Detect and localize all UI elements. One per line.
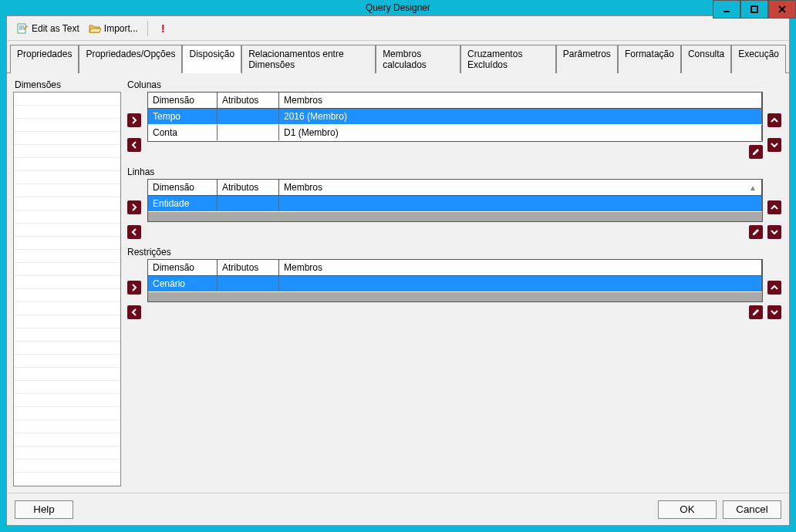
content-area: Dimensões Colunas [7,73,789,493]
list-row[interactable] [14,184,120,197]
minimize-button[interactable] [713,0,740,19]
list-row[interactable] [14,145,120,158]
list-row[interactable] [14,302,120,315]
tab-cruzamentos-exclu-dos[interactable]: Cruzamentos Excluídos [460,45,556,73]
linhas-move-up-button[interactable] [767,200,781,214]
col-header-dimensao[interactable]: Dimensão [148,260,218,275]
restricoes-move-left-button[interactable] [127,305,141,319]
close-button[interactable] [768,0,796,19]
tab-propriedades[interactable]: Propriedades [10,45,79,73]
linhas-move-right-button[interactable] [127,200,141,214]
edit-as-text-label: Edit as Text [32,23,79,34]
col-header-membros[interactable]: Membros▲ [279,180,762,195]
list-row[interactable] [14,171,120,184]
list-row[interactable] [14,224,120,237]
col-header-atributos[interactable]: Atributos [218,180,279,195]
restricoes-edit-button[interactable] [749,305,763,319]
colunas-grid[interactable]: Dimensão Atributos Membros Tempo2016 (Me… [147,92,763,142]
col-header-dimensao[interactable]: Dimensão [148,180,218,195]
cell-dimensao: Cenário [148,276,218,291]
ok-button[interactable]: OK [658,500,717,519]
cell-atributos [218,125,279,140]
list-row[interactable] [14,119,120,132]
tab-propriedades-op-es[interactable]: Propriedades/Opções [79,45,182,73]
list-row[interactable] [14,473,120,486]
edit-as-text-button[interactable]: Edit as Text [12,21,84,36]
restricoes-move-right-button[interactable] [127,281,141,295]
tab-consulta[interactable]: Consulta [681,45,731,73]
list-row[interactable] [14,420,120,433]
linhas-move-left-button[interactable] [127,225,141,239]
list-row[interactable] [14,263,120,276]
list-row[interactable] [14,394,120,407]
colunas-move-up-button[interactable] [767,113,781,127]
table-row[interactable]: ContaD1 (Membro) [148,125,762,141]
move-right-button[interactable] [127,113,141,127]
list-row[interactable] [14,446,120,460]
list-row[interactable] [14,368,120,381]
list-row[interactable] [14,342,120,355]
tab-formata-o[interactable]: Formatação [618,45,681,73]
maximize-button[interactable] [740,0,768,19]
section-linhas: Linhas Dimensão Atributos Membros▲ [127,167,783,239]
tab-membros-calculados[interactable]: Membros calculados [376,45,460,73]
dimensions-label: Dimensões [13,79,121,90]
dimensions-panel: Dimensões [13,79,121,487]
colunas-edit-button[interactable] [749,145,763,159]
list-row[interactable] [14,460,120,473]
list-row[interactable] [14,237,120,250]
list-row[interactable] [14,93,120,106]
list-row[interactable] [14,210,120,224]
dimensions-list[interactable] [13,92,121,487]
folder-open-icon [89,22,101,35]
cancel-button[interactable]: Cancel [723,500,781,519]
table-row[interactable]: Entidade [148,196,762,212]
window: Query Designer Edit as Text Import... ! … [0,0,796,532]
tab-execu-o[interactable]: Execução [731,45,786,73]
restricoes-move-up-button[interactable] [767,281,781,295]
list-row[interactable] [14,407,120,420]
col-header-membros[interactable]: Membros [279,260,762,275]
linhas-grid-header: Dimensão Atributos Membros▲ [148,180,762,196]
col-header-atributos[interactable]: Atributos [218,93,279,108]
list-row[interactable] [14,315,120,328]
list-row[interactable] [14,197,120,210]
list-row[interactable] [14,276,120,289]
col-header-membros[interactable]: Membros [279,93,762,108]
list-row[interactable] [14,328,120,342]
list-row[interactable] [14,289,120,302]
table-row[interactable]: Tempo2016 (Membro) [148,109,762,125]
cell-membros: D1 (Membro) [279,125,762,140]
move-left-button[interactable] [127,138,141,152]
chevron-left-icon [130,141,138,149]
linhas-grid[interactable]: Dimensão Atributos Membros▲ Entidade [147,179,763,222]
list-row[interactable] [14,132,120,145]
alert-button[interactable]: ! [153,21,174,36]
list-row[interactable] [14,106,120,119]
restricoes-label: Restrições [127,247,783,258]
cell-dimensao: Conta [148,125,218,140]
colunas-move-down-button[interactable] [767,138,781,152]
list-row[interactable] [14,158,120,171]
chevron-left-icon [130,228,138,236]
list-row[interactable] [14,355,120,368]
tab-disposi-o[interactable]: Disposição [182,45,241,73]
tab-par-metros[interactable]: Parâmetros [556,45,618,73]
tab-relacionamentos-entre-dimens-es[interactable]: Relacionamentos entre Dimensões [241,45,376,73]
list-row[interactable] [14,381,120,394]
table-row[interactable]: Cenário [148,276,762,292]
restricoes-grid-wrap: Dimensão Atributos Membros Cenário [147,259,763,319]
chevron-up-icon [771,116,778,124]
col-header-dimensao[interactable]: Dimensão [148,93,218,108]
restricoes-move-down-button[interactable] [767,305,781,319]
cell-membros [279,276,762,291]
restricoes-grid[interactable]: Dimensão Atributos Membros Cenário [147,259,763,302]
linhas-move-down-button[interactable] [767,225,781,239]
linhas-edit-button[interactable] [749,225,763,239]
col-header-atributos[interactable]: Atributos [218,260,279,275]
list-row[interactable] [14,250,120,263]
import-button[interactable]: Import... [84,21,143,36]
list-row[interactable] [14,433,120,446]
help-button[interactable]: Help [15,500,73,519]
client-area: Edit as Text Import... ! PropriedadesPro… [6,15,790,526]
